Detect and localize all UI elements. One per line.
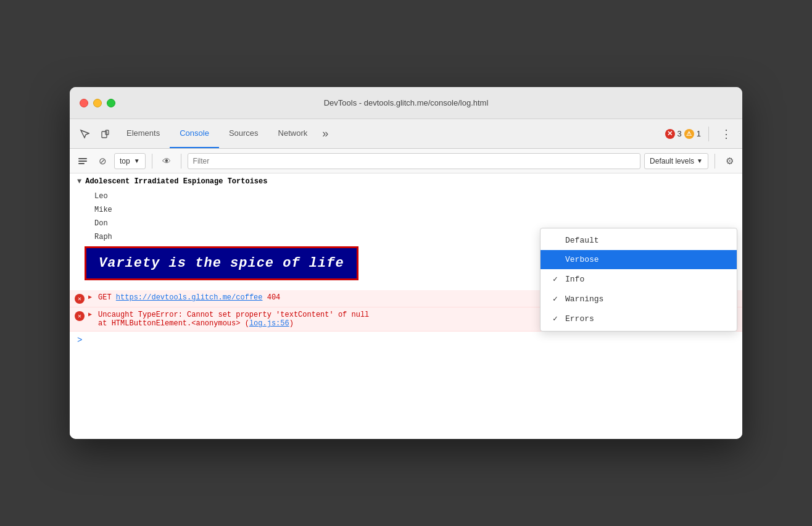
tab-network[interactable]: Network <box>268 119 318 148</box>
clear-console-button[interactable] <box>75 153 91 169</box>
window-title: DevTools - devtools.glitch.me/console/lo… <box>324 98 489 107</box>
console-group-header[interactable]: ▼ Adolescent Irradiated Espionage Tortoi… <box>70 173 742 190</box>
console-toolbar: ⊘ top ▼ 👁 Default levels ▼ ⚙ <box>70 149 742 173</box>
tab-elements[interactable]: Elements <box>117 119 170 148</box>
context-selector[interactable]: top ▼ <box>114 153 146 169</box>
error-url-1[interactable]: https://devtools.glitch.me/coffee <box>116 293 263 302</box>
dropdown-item-default[interactable]: Default <box>541 231 737 250</box>
settings-icon[interactable]: ⚙ <box>721 153 737 169</box>
default-levels-button[interactable]: Default levels ▼ <box>644 153 708 169</box>
tab-list: Elements Console Sources Network » <box>117 119 665 148</box>
list-item: Leo <box>70 190 742 203</box>
item-leo: Leo <box>94 192 108 201</box>
group-label: Adolescent Irradiated Espionage Tortoise… <box>85 177 267 186</box>
error-badge: ✕ 3 ⚠ 1 <box>665 129 701 139</box>
dropdown-item-info[interactable]: ✓ Info <box>541 269 737 289</box>
tab-right-actions: ✕ 3 ⚠ 1 ⋮ <box>665 124 737 144</box>
devtools-window: DevTools - devtools.glitch.me/console/lo… <box>70 87 742 439</box>
device-toolbar-icon[interactable] <box>96 124 115 144</box>
dropdown-item-verbose[interactable]: Verbose <box>541 250 737 269</box>
error-status-1: 404 <box>267 293 281 302</box>
console-content: ▼ Adolescent Irradiated Espionage Tortoi… <box>70 173 742 439</box>
dropdown-item-warnings[interactable]: ✓ Warnings <box>541 289 737 309</box>
traffic-lights <box>80 99 115 107</box>
more-options-button[interactable]: ⋮ <box>716 124 736 144</box>
divider <box>708 127 709 141</box>
error-icon-2: ✕ <box>75 311 85 321</box>
error-url-2[interactable]: log.js:56 <box>249 319 289 328</box>
warning-badge-icon: ⚠ <box>684 129 694 139</box>
toolbar-divider2 <box>181 154 181 169</box>
tab-sources[interactable]: Sources <box>219 119 268 148</box>
error-icon-1: ✕ <box>75 294 85 304</box>
close-button[interactable] <box>80 99 88 107</box>
error-badge-icon: ✕ <box>665 129 675 139</box>
check-warnings: ✓ <box>550 294 560 304</box>
titlebar: DevTools - devtools.glitch.me/console/lo… <box>70 87 742 119</box>
devtools-tab-bar: Elements Console Sources Network » ✕ 3 ⚠… <box>70 119 742 149</box>
error-arrow-2[interactable]: ▶ <box>88 311 92 318</box>
item-raph: Raph <box>94 233 112 241</box>
error-get-label: GET <box>98 293 116 302</box>
more-tabs-button[interactable]: » <box>317 127 333 140</box>
inspect-element-icon[interactable] <box>75 124 94 144</box>
check-info: ✓ <box>550 274 560 284</box>
chevron-down-icon: ▼ <box>134 157 140 164</box>
dropdown-item-errors[interactable]: ✓ Errors <box>541 309 737 328</box>
minimize-button[interactable] <box>93 99 102 107</box>
error-count: 3 <box>677 129 682 138</box>
toolbar-divider3 <box>715 154 715 169</box>
levels-dropdown: Default Verbose ✓ Info ✓ Warnings ✓ Erro… <box>540 228 737 332</box>
eye-icon[interactable]: 👁 <box>159 153 175 169</box>
item-mike: Mike <box>94 206 112 214</box>
toolbar-divider <box>152 154 152 169</box>
warning-count: 1 <box>697 129 701 138</box>
check-errors: ✓ <box>550 314 560 324</box>
tab-console[interactable]: Console <box>170 119 219 148</box>
variety-banner: Variety is the spice of life <box>85 246 358 280</box>
variety-text: Variety is the spice of life <box>99 256 344 271</box>
filter-input[interactable] <box>188 153 640 169</box>
error-arrow-1[interactable]: ▶ <box>88 293 92 301</box>
console-prompt[interactable]: > <box>70 332 742 349</box>
svg-rect-4 <box>78 163 85 164</box>
chevron-down-icon: ▼ <box>697 157 703 164</box>
item-don: Don <box>94 219 108 228</box>
block-icon[interactable]: ⊘ <box>94 153 110 169</box>
maximize-button[interactable] <box>107 99 115 107</box>
svg-rect-3 <box>78 161 87 162</box>
list-item: Mike <box>70 203 742 217</box>
svg-rect-2 <box>78 158 87 159</box>
group-arrow: ▼ <box>77 177 81 186</box>
